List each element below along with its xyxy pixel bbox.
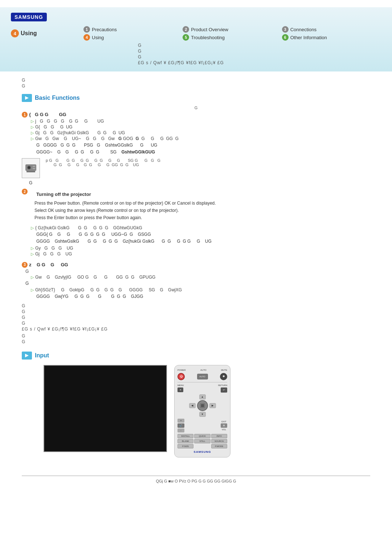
step-3-line3: GGGG GwjYG G G G G G G G GJGG xyxy=(36,294,370,300)
nav-item-troubleshooting[interactable]: 5 Troubleshooting xyxy=(183,34,282,41)
remote-menu-return-labels: MENU RETURN xyxy=(177,384,227,386)
remote-info-btn[interactable]: INFO xyxy=(211,434,227,438)
sub-arrow-3: ▷ xyxy=(31,131,34,135)
nav-badge-6: 6 xyxy=(282,34,289,41)
svg-rect-11 xyxy=(201,404,204,407)
display-screen xyxy=(44,365,167,452)
sub-arrow-8: ▷ xyxy=(31,275,34,280)
step-1-sub-1: ▷ j G G G G G G G UG xyxy=(22,119,370,124)
nav-label-using-sub: Using xyxy=(92,35,104,40)
input-icon-svg xyxy=(23,353,30,358)
g-before-input-2: G xyxy=(22,339,370,344)
remote-install-btn[interactable]: INSTALL xyxy=(177,434,193,438)
nav-item-using-active[interactable]: 4 Using xyxy=(11,29,83,37)
step-1-sub-1-text: j G G G G G G G UG xyxy=(35,119,104,124)
auto-label: AUTO xyxy=(200,369,207,371)
step-1-sub-3-text: Gj G G Gz{hukGi GslkG G G G UG xyxy=(35,130,125,135)
press-text-3: Press the Enter button or press the Powe… xyxy=(22,214,370,221)
basic-functions-icon xyxy=(22,94,32,102)
step-1-sub-2-text: G{ G G G UG xyxy=(35,124,73,130)
remote-blank-btn[interactable]: BLANK xyxy=(177,439,193,443)
step-1-bullet: 1 xyxy=(22,112,28,118)
page-footer: QGj G ■w O PVz O PG G G GG GG GIGG G xyxy=(22,476,370,483)
remote-power-button[interactable]: ⏻ xyxy=(177,373,185,380)
remote-top-row: POWER AUTO MUTE xyxy=(177,369,227,371)
remote-exit-button[interactable]: ⊗ xyxy=(221,423,227,428)
basic-functions-title: Basic Functions xyxy=(35,95,80,101)
remote-up-button[interactable]: ▲ xyxy=(199,394,206,399)
remote-right-button[interactable]: ▶ xyxy=(209,403,216,408)
step-3-sub-line1: ▷ Gw G GzvlyjIG GO G G G GG G G GPUGG xyxy=(22,275,370,280)
step-2-bullet: 2 xyxy=(22,189,28,194)
nav-item-connections[interactable]: 3 Connections xyxy=(282,26,381,33)
bottom-g-3: G xyxy=(22,315,370,320)
remote-ok-button[interactable] xyxy=(197,400,208,411)
nav-item-other-info[interactable]: 6 Other Information xyxy=(282,34,381,41)
remote-vol-plus[interactable]: + xyxy=(177,419,184,423)
remote-vol-icon[interactable]: 🔊 xyxy=(177,423,184,428)
step-3-label: z G G G GG xyxy=(29,262,68,267)
svg-rect-6 xyxy=(33,168,35,169)
nav-label-other-info: Other Information xyxy=(290,35,327,40)
remote-menu-button[interactable]: ≡ xyxy=(177,387,183,392)
step-1-sub-4-text: Gw G Gw G UG~ G G G Gw G GOG G G G G GG … xyxy=(35,136,179,141)
menu-label: MENU xyxy=(177,384,184,386)
nav-badge-4: 4 xyxy=(11,29,19,37)
remote-auto-button[interactable]: AUTO xyxy=(197,374,208,379)
symbol-line-2: £G s / Qwf ¥ £G¡f¶G ¥f£G ¥f¡£G¡¥ £G xyxy=(22,327,370,332)
remote-vol-area: + 🔊 - xyxy=(177,419,184,432)
nav-badge-3: 3 xyxy=(282,26,289,33)
nav-item-precautions[interactable]: 1 Precautions xyxy=(83,26,183,33)
step-3-sub-1: G xyxy=(22,269,370,274)
step-1-line: 1 { G G G GG xyxy=(22,112,370,118)
remote-vol-minus[interactable]: - xyxy=(177,428,184,432)
sub-block-3: ▷ Gj G G G UG xyxy=(22,251,370,257)
samsung-logo: SAMSUNG xyxy=(11,13,47,21)
svg-point-4 xyxy=(28,167,30,169)
remote-down-button[interactable]: ▼ xyxy=(199,412,206,417)
step-1-indent-1: G GGGG G G G PSG G GshtwGGslkG G UG GGGG… xyxy=(22,142,370,155)
turning-off-title: Turning off the projector xyxy=(29,192,91,197)
svg-rect-5 xyxy=(33,166,35,167)
bottom-g-1: G xyxy=(22,303,370,308)
remote-nav-down-row: ▼ xyxy=(199,412,206,417)
g-line-2: G xyxy=(138,49,381,54)
sub-block-text-2: Gy G G G UG xyxy=(35,246,73,251)
page-wrapper: SAMSUNG 4 Using 1 Precautions 2 Product … xyxy=(0,0,392,554)
step-3-line1: Gw G GzvlyjIG GO G G G GG G G GPUGG xyxy=(35,275,155,280)
remote-return-button[interactable]: ↩ xyxy=(221,387,227,393)
step-3-sub-line2: ▷ Gh}SGzT} G GoktpG G G G G G GGGG SG G … xyxy=(22,287,370,292)
step-3-indent: GGGG GwjYG G G G G G G G GJGG xyxy=(22,294,370,300)
remote-psize-btn[interactable]: P.SIZE xyxy=(177,444,193,448)
sub-arrow-6: ▷ xyxy=(31,246,34,251)
top-g-1: G xyxy=(22,78,370,83)
power-label: POWER xyxy=(177,369,186,371)
step-1-label: { G G G GG xyxy=(29,112,66,117)
remote-nav-area: ▲ ◀ ▶ xyxy=(177,394,227,417)
step-3-bullet: 3 xyxy=(22,262,28,268)
nav-item-product-overview[interactable]: 2 Product Overview xyxy=(183,26,282,33)
remote-pmode-btn[interactable]: P.MODE xyxy=(211,444,227,448)
sub-arrow-7: ▷ xyxy=(31,252,34,257)
input-section-title: Input xyxy=(22,352,370,360)
nav-label-product-overview: Product Overview xyxy=(191,27,228,32)
sub-arrow-5: ▷ xyxy=(31,226,34,230)
main-content: G G Basic Functions G 1 { G G G GG ▷ j G… xyxy=(0,71,392,468)
remote-menu-return-btns: ≡ ↩ xyxy=(177,387,227,393)
g-step-space: G xyxy=(29,180,370,186)
nav-badge-1: 1 xyxy=(83,26,90,33)
remote-bottom-grid: INSTALL QUICK INFO BLANK STILL SOURCE P.… xyxy=(177,434,227,448)
remote-vol-exit-area: + 🔊 - EXIT ⊗ VOL xyxy=(177,419,227,432)
remote-ok-icon xyxy=(199,402,206,409)
remote-left-button[interactable]: ◀ xyxy=(189,403,196,408)
remote-mute-button[interactable]: ✱ xyxy=(220,373,227,380)
sub-block-text-1: { Gz{hukGi GslkG G G G G G GGhtwGUGkG xyxy=(35,225,142,230)
remote-source-btn[interactable]: SOURCE xyxy=(211,439,227,443)
remote-quick-btn[interactable]: QUICK xyxy=(194,434,210,438)
basic-functions-section-title: Basic Functions xyxy=(22,94,370,102)
remote-still-btn[interactable]: STILL xyxy=(194,439,210,443)
nav-item-using-sub[interactable]: 4 Using xyxy=(83,34,183,41)
g-line-1: G xyxy=(138,43,381,48)
step-1-text-2: GGGG~ G G G G G G SG GshtwGGlkGUG xyxy=(36,149,370,155)
nav-badge-2: 2 xyxy=(183,26,189,33)
